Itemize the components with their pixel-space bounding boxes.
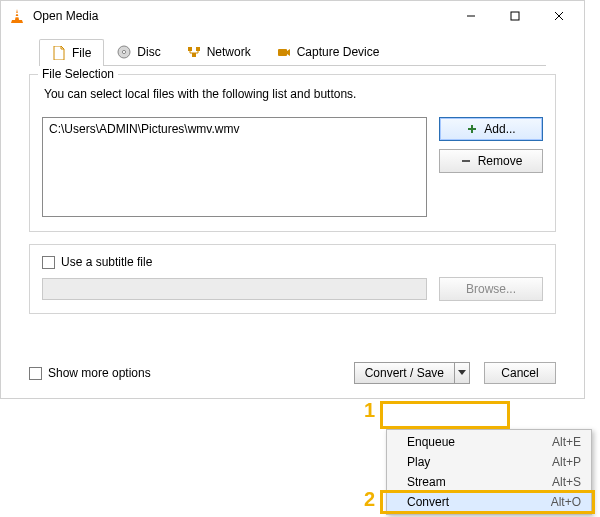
menu-label: Stream bbox=[407, 475, 552, 489]
remove-button[interactable]: Remove bbox=[439, 149, 543, 173]
svg-rect-0 bbox=[15, 13, 19, 14]
use-subtitle-checkbox[interactable] bbox=[42, 256, 55, 269]
button-label: Cancel bbox=[501, 366, 538, 380]
file-selection-legend: File Selection bbox=[38, 67, 118, 81]
button-label: Browse... bbox=[466, 282, 516, 296]
menu-item-stream[interactable]: Stream Alt+S bbox=[387, 472, 591, 492]
maximize-button[interactable] bbox=[500, 6, 530, 26]
menu-item-convert[interactable]: Convert Alt+O bbox=[387, 492, 591, 512]
tab-file[interactable]: File bbox=[39, 39, 104, 66]
svg-rect-11 bbox=[278, 49, 287, 56]
tab-capture-device[interactable]: Capture Device bbox=[264, 39, 393, 65]
show-more-options-label: Show more options bbox=[48, 366, 151, 380]
annotation-callout-2: 2 bbox=[364, 488, 375, 511]
tab-label: Network bbox=[207, 45, 251, 59]
disc-icon bbox=[117, 45, 131, 59]
browse-subtitle-button: Browse... bbox=[439, 277, 543, 301]
plus-icon bbox=[466, 123, 478, 135]
menu-accel: Alt+O bbox=[551, 495, 581, 509]
menu-item-play[interactable]: Play Alt+P bbox=[387, 452, 591, 472]
svg-point-7 bbox=[123, 50, 126, 53]
button-label: Remove bbox=[478, 154, 523, 168]
source-tabs: File Disc Network Capture Device bbox=[39, 39, 546, 66]
annotation-callout-1: 1 bbox=[364, 399, 375, 422]
convert-save-label[interactable]: Convert / Save bbox=[354, 362, 454, 384]
menu-item-enqueue[interactable]: Enqueue Alt+E bbox=[387, 432, 591, 452]
tab-label: File bbox=[72, 46, 91, 60]
tab-disc[interactable]: Disc bbox=[104, 39, 173, 65]
network-icon bbox=[187, 45, 201, 59]
tab-label: Disc bbox=[137, 45, 160, 59]
button-label: Add... bbox=[484, 122, 515, 136]
cancel-button[interactable]: Cancel bbox=[484, 362, 556, 384]
convert-save-split-button[interactable]: Convert / Save bbox=[354, 362, 470, 384]
add-button[interactable]: Add... bbox=[439, 117, 543, 141]
tab-label: Capture Device bbox=[297, 45, 380, 59]
show-more-options-checkbox[interactable] bbox=[29, 367, 42, 380]
minus-icon bbox=[460, 155, 472, 167]
subtitle-group: Use a subtitle file Browse... bbox=[29, 244, 556, 314]
menu-label: Play bbox=[407, 455, 552, 469]
minimize-button[interactable] bbox=[456, 6, 486, 26]
svg-rect-1 bbox=[15, 16, 19, 17]
file-selection-description: You can select local files with the foll… bbox=[44, 87, 543, 101]
dialog-body: File Disc Network Capture Device File Se… bbox=[1, 31, 584, 398]
file-list[interactable]: C:\Users\ADMIN\Pictures\wmv.wmv bbox=[42, 117, 427, 217]
menu-accel: Alt+E bbox=[552, 435, 581, 449]
convert-save-menu: Enqueue Alt+E Play Alt+P Stream Alt+S Co… bbox=[386, 429, 592, 515]
menu-label: Convert bbox=[407, 495, 551, 509]
menu-label: Enqueue bbox=[407, 435, 552, 449]
close-button[interactable] bbox=[544, 6, 574, 26]
convert-save-dropdown[interactable] bbox=[454, 362, 470, 384]
tab-network[interactable]: Network bbox=[174, 39, 264, 65]
vlc-icon bbox=[9, 8, 25, 24]
svg-rect-9 bbox=[196, 47, 200, 51]
open-media-dialog: Open Media File Disc Network bbox=[0, 0, 585, 399]
window-controls bbox=[456, 6, 574, 26]
svg-rect-3 bbox=[511, 12, 519, 20]
menu-accel: Alt+S bbox=[552, 475, 581, 489]
file-icon bbox=[52, 46, 66, 60]
svg-rect-8 bbox=[188, 47, 192, 51]
chevron-down-icon bbox=[458, 370, 466, 376]
title-bar: Open Media bbox=[1, 1, 584, 31]
menu-accel: Alt+P bbox=[552, 455, 581, 469]
window-title: Open Media bbox=[33, 9, 456, 23]
subtitle-path-input bbox=[42, 278, 427, 300]
use-subtitle-label: Use a subtitle file bbox=[61, 255, 152, 269]
capture-icon bbox=[277, 45, 291, 59]
file-list-item[interactable]: C:\Users\ADMIN\Pictures\wmv.wmv bbox=[49, 122, 420, 136]
file-selection-group: File Selection You can select local file… bbox=[29, 74, 556, 232]
annotation-highlight-1 bbox=[380, 401, 510, 429]
